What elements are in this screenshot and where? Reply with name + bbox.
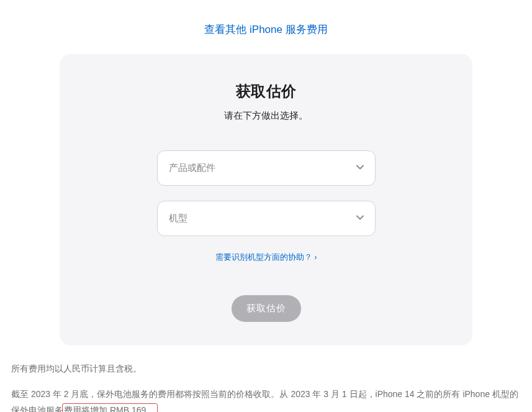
- footer-tax-note: 所有费用均以人民币计算且含税。: [11, 360, 521, 377]
- help-link-label: 需要识别机型方面的协助？: [215, 252, 312, 262]
- price-increase-highlight: 费用将增加 RMB 169。: [62, 403, 158, 412]
- chevron-right-icon: ›: [315, 253, 317, 262]
- chevron-down-icon: [356, 165, 364, 172]
- other-iphone-fees-link[interactable]: 查看其他 iPhone 服务费用: [204, 24, 327, 35]
- card-subtitle: 请在下方做出选择。: [91, 110, 441, 122]
- card-title: 获取估价: [91, 81, 441, 101]
- estimate-card: 获取估价 请在下方做出选择。 产品或配件 机型 需要识别机型方面的协助？› 获取…: [60, 54, 472, 346]
- get-estimate-button[interactable]: 获取估价: [232, 295, 301, 322]
- product-select[interactable]: 产品或配件: [157, 150, 376, 186]
- footer-text: 所有费用均以人民币计算且含税。 截至 2023 年 2 月底，保外电池服务的费用…: [0, 346, 532, 412]
- footer-price-notice: 截至 2023 年 2 月底，保外电池服务的费用都将按照当前的价格收取。从 20…: [11, 386, 521, 412]
- model-select-placeholder: 机型: [169, 213, 187, 223]
- product-select-placeholder: 产品或配件: [169, 162, 215, 173]
- identify-model-help-link[interactable]: 需要识别机型方面的协助？›: [215, 252, 317, 262]
- model-select[interactable]: 机型: [157, 201, 376, 236]
- chevron-down-icon: [356, 215, 364, 222]
